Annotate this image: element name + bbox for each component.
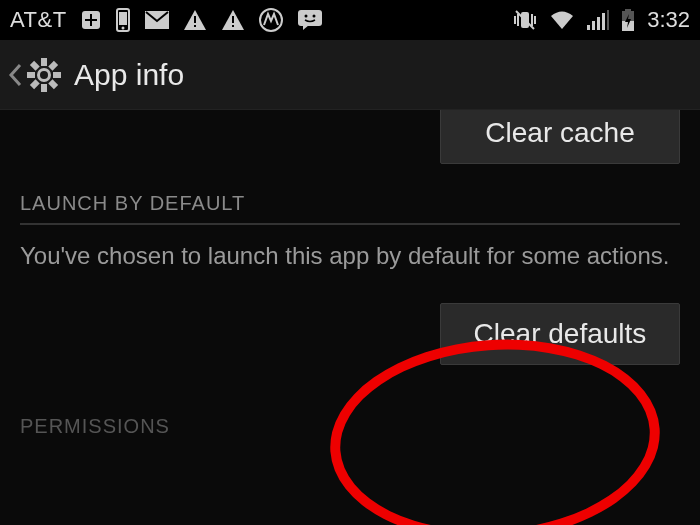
svg-point-5 [121, 27, 124, 30]
wifi-icon [549, 10, 575, 30]
clear-cache-row: Clear cache [20, 110, 680, 192]
launch-by-default-body: You've chosen to launch this app by defa… [20, 239, 680, 273]
svg-rect-14 [298, 10, 322, 26]
status-bar: AT&T [0, 0, 700, 40]
svg-point-17 [312, 15, 315, 18]
content-area: Clear cache LAUNCH BY DEFAULT You've cho… [0, 110, 700, 438]
carrier-label: AT&T [10, 7, 67, 33]
svg-rect-31 [41, 84, 47, 92]
svg-rect-34 [48, 60, 58, 70]
svg-rect-20 [587, 25, 590, 30]
warning-icon [183, 9, 207, 31]
svg-rect-36 [30, 60, 40, 70]
svg-rect-21 [592, 21, 595, 30]
svg-rect-37 [48, 79, 58, 89]
svg-rect-22 [597, 17, 600, 30]
launch-by-default-header: LAUNCH BY DEFAULT [20, 192, 680, 225]
app-header[interactable]: App info [0, 40, 700, 110]
clear-defaults-row: Clear defaults [20, 303, 680, 405]
clear-defaults-button[interactable]: Clear defaults [440, 303, 680, 365]
svg-rect-12 [232, 25, 234, 27]
svg-rect-32 [27, 72, 35, 78]
warning-icon [221, 9, 245, 31]
svg-rect-24 [607, 10, 609, 30]
svg-rect-9 [194, 25, 196, 27]
motorola-icon [259, 8, 283, 32]
svg-rect-33 [53, 72, 61, 78]
svg-rect-2 [85, 19, 97, 21]
status-bar-right: 3:32 [513, 7, 690, 33]
gmail-icon [145, 11, 169, 29]
svg-point-38 [40, 71, 48, 79]
battery-charging-icon [621, 9, 635, 31]
cell-signal-icon [587, 10, 609, 30]
permissions-header: PERMISSIONS [20, 415, 680, 438]
svg-rect-8 [194, 16, 196, 23]
svg-rect-35 [30, 79, 40, 89]
gear-icon [24, 55, 64, 95]
back-chevron-icon[interactable] [8, 63, 22, 87]
svg-rect-27 [625, 9, 631, 11]
vibrate-mute-icon [513, 8, 537, 32]
status-bar-left: AT&T [10, 7, 323, 33]
plus-box-icon [81, 10, 101, 30]
svg-rect-30 [41, 58, 47, 66]
clear-cache-button[interactable]: Clear cache [440, 110, 680, 164]
svg-rect-4 [119, 12, 127, 25]
svg-rect-23 [602, 13, 605, 30]
clock-time: 3:32 [647, 7, 690, 33]
svg-rect-11 [232, 16, 234, 23]
phone-icon [115, 8, 131, 32]
message-smile-icon [297, 9, 323, 31]
page-title: App info [74, 58, 184, 92]
svg-point-16 [304, 15, 307, 18]
